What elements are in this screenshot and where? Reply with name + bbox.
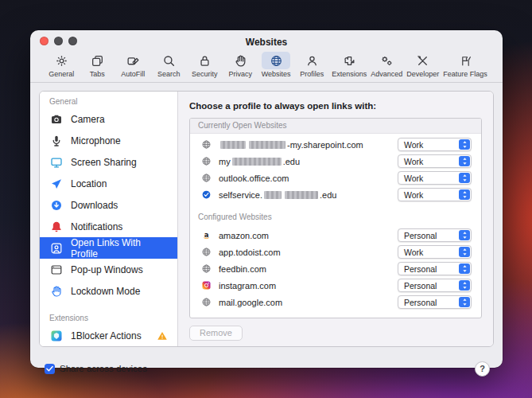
search-icon [154, 52, 183, 69]
lock-icon [190, 52, 219, 69]
sidebar-item-camera[interactable]: Camera [40, 108, 177, 130]
profile-select[interactable]: Personal [398, 295, 472, 309]
toolbar-item-websites[interactable]: Websites [258, 52, 293, 78]
toolbar-item-autofill[interactable]: AutoFill [115, 52, 150, 78]
profile-select[interactable]: Work [398, 171, 472, 185]
toolbar-item-profiles[interactable]: Profiles [294, 52, 329, 78]
sidebar-item-label: Screen Sharing [71, 157, 137, 168]
content-heading: Choose a profile to always open links wi… [189, 101, 482, 111]
redacted-text [232, 158, 282, 166]
profile-select[interactable]: Work [398, 154, 472, 168]
sidebar-item-screen-sharing[interactable]: Screen Sharing [40, 151, 177, 173]
toolbar-item-feature-flags[interactable]: Feature Flags [441, 52, 489, 78]
window-title: Websites [30, 30, 503, 48]
website-row[interactable]: my.eduWork [190, 153, 481, 170]
toolbar-item-advanced[interactable]: Advanced [369, 52, 404, 78]
website-row[interactable]: selfservice. .eduWork [190, 186, 481, 203]
profile-select[interactable]: Personal [398, 262, 472, 275]
website-domain: -my.sharepoint.com [219, 140, 363, 150]
profile-select-value: Work [404, 248, 423, 257]
close-window-button[interactable] [40, 37, 49, 45]
zoom-window-button[interactable] [68, 37, 77, 45]
toolbar-item-label: Security [192, 70, 218, 78]
sidebar-item-open-links-with-profile[interactable]: Open Links With Profile [40, 237, 177, 259]
sidebar: GeneralCameraMicrophoneScreen SharingLoc… [40, 92, 178, 346]
website-domain: instagram.com [219, 281, 276, 291]
website-row[interactable]: outlook.office.comWork [190, 170, 481, 186]
website-row[interactable]: mail.google.comPersonal [190, 294, 481, 310]
domain-text: selfservice. [219, 190, 262, 200]
toolbar-item-label: Advanced [371, 70, 402, 78]
toolbar-item-extensions[interactable]: Extensions [330, 52, 368, 78]
sidebar-item-1blocker-actions[interactable]: 1Blocker Actions [40, 325, 177, 346]
instagram-icon [201, 280, 212, 291]
puzzle-icon [335, 52, 363, 69]
remove-button[interactable]: Remove [189, 326, 243, 341]
profile-select[interactable]: Work [398, 245, 472, 259]
profile-select-value: Work [404, 140, 423, 150]
sidebar-item-location[interactable]: Location [40, 173, 177, 194]
profile-select[interactable]: Personal [398, 228, 472, 242]
footer: Share across devices ? [45, 361, 490, 377]
website-row[interactable]: instagram.comPersonal [190, 277, 481, 294]
profile-select[interactable]: Work [398, 188, 472, 201]
tools-icon [409, 52, 437, 69]
main-panel: GeneralCameraMicrophoneScreen SharingLoc… [39, 91, 494, 347]
sidebar-item-label: Pop-up Windows [71, 264, 143, 275]
chevron-up-down-icon [459, 280, 470, 291]
toolbar-item-label: Search [157, 70, 181, 78]
toolbar-item-search[interactable]: Search [151, 52, 186, 78]
titlebar[interactable]: Websites [30, 30, 503, 49]
svg-text:a: a [204, 230, 209, 238]
hand-icon [49, 284, 64, 298]
profile-select[interactable]: Work [398, 138, 472, 151]
toolbar-item-developer[interactable]: Developer [405, 52, 441, 78]
toolbar-item-security[interactable]: Security [187, 52, 222, 78]
sidebar-item-lockdown-mode[interactable]: Lockdown Mode [40, 280, 177, 302]
domain-text: amazon.com [219, 231, 269, 240]
domain-text: instagram.com [219, 281, 276, 291]
sidebar-section-header: Extensions [40, 310, 177, 325]
website-domain: app.todoist.com [219, 248, 281, 257]
toolbar-item-label: Feature Flags [443, 70, 487, 78]
sidebar-item-downloads[interactable]: Downloads [40, 194, 177, 216]
globe-icon [201, 263, 212, 275]
sidebar-item-label: Camera [71, 114, 105, 125]
toolbar: GeneralTabsAutoFillSearchSecurityPrivacy… [30, 49, 503, 83]
toolbar-item-label: General [49, 70, 74, 78]
chevron-up-down-icon [459, 173, 470, 183]
chevron-up-down-icon [459, 263, 470, 274]
toolbar-item-label: Privacy [228, 70, 252, 78]
globe-icon [262, 52, 290, 69]
website-row[interactable]: aamazon.comPersonal [190, 227, 481, 244]
toolbar-item-privacy[interactable]: Privacy [223, 52, 258, 78]
domain-text: feedbin.com [219, 264, 266, 274]
sidebar-item-notifications[interactable]: Notifications [40, 216, 177, 237]
toolbar-item-label: Developer [406, 70, 439, 78]
website-domain: mail.google.com [219, 298, 282, 307]
chevron-up-down-icon [459, 139, 470, 150]
content-pane: Choose a profile to always open links wi… [178, 92, 493, 346]
website-domain: outlook.office.com [219, 174, 289, 183]
toolbar-item-label: Websites [262, 70, 291, 78]
redacted-text [220, 141, 246, 149]
share-across-devices-checkbox[interactable] [45, 364, 55, 374]
profile-select[interactable]: Personal [398, 279, 472, 292]
sidebar-item-label: 1Blocker Actions [71, 330, 142, 341]
website-domain: my.edu [219, 157, 300, 166]
sidebar-item-label: Lockdown Mode [71, 286, 140, 297]
sidebar-item-microphone[interactable]: Microphone [40, 130, 177, 151]
sidebar-item-pop-up-windows[interactable]: Pop-up Windows [40, 259, 177, 280]
website-row[interactable]: app.todoist.comWork [190, 244, 481, 260]
website-row[interactable]: feedbin.comPersonal [190, 260, 481, 277]
minimize-window-button[interactable] [54, 37, 63, 45]
toolbar-item-general[interactable]: General [44, 52, 79, 78]
website-row[interactable]: -my.sharepoint.comWork [190, 136, 481, 153]
chevron-up-down-icon [459, 189, 470, 200]
toolbar-item-tabs[interactable]: Tabs [80, 52, 115, 78]
websites-rows: -my.sharepoint.comWorkmy.eduWorkoutlook.… [190, 134, 481, 203]
sidebar-item-label: Microphone [71, 135, 121, 146]
profile-select-value: Work [404, 190, 423, 200]
sidebar-item-label: Open Links With Profile [71, 237, 168, 259]
help-button[interactable]: ? [475, 361, 490, 377]
